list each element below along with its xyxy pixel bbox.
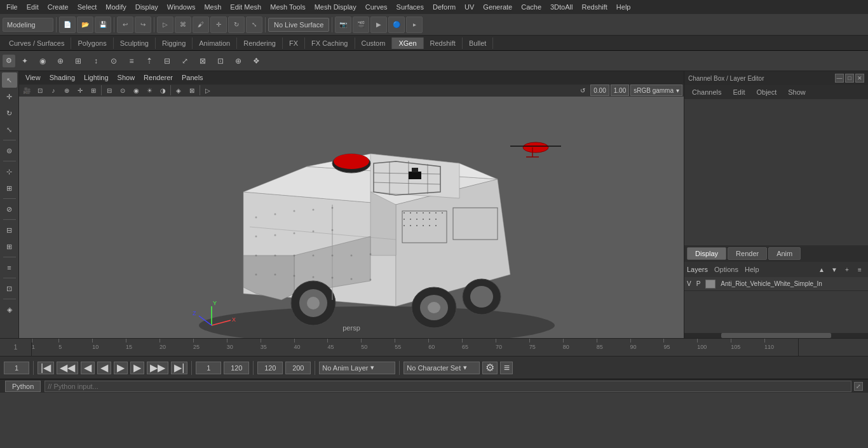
char-set-dropdown[interactable]: No Character Set ▾ bbox=[403, 362, 480, 374]
tab-bullet[interactable]: Bullet bbox=[463, 37, 494, 49]
vp-gamma[interactable]: sRGB gamma ▾ bbox=[630, 85, 682, 96]
vp-menu-shading[interactable]: Shading bbox=[46, 72, 79, 83]
panel-close-btn[interactable]: ✕ bbox=[855, 74, 864, 83]
menu-file[interactable]: File bbox=[3, 2, 22, 12]
tab-object[interactable]: Object bbox=[751, 87, 782, 97]
render-layer-btn[interactable]: ⊡ bbox=[2, 281, 17, 296]
vp-wireframe-btn[interactable]: ⊟ bbox=[103, 85, 116, 96]
xgen-icon12[interactable]: ⊡ bbox=[212, 53, 229, 69]
vp-texture-btn[interactable]: ◉ bbox=[130, 85, 142, 96]
render-seq-btn[interactable]: 🎬 bbox=[353, 17, 369, 33]
tab-animation[interactable]: Animation bbox=[193, 37, 237, 49]
tab-anim[interactable]: Anim bbox=[768, 247, 801, 260]
step-back-btn[interactable]: ◀◀ bbox=[57, 362, 78, 374]
redo-btn[interactable]: ↪ bbox=[135, 17, 151, 33]
layer-color-swatch[interactable] bbox=[705, 280, 715, 288]
tab-display[interactable]: Display bbox=[687, 247, 726, 260]
vp-cam-btn[interactable]: 🎥 bbox=[20, 85, 33, 96]
vp-menu-view[interactable]: View bbox=[22, 72, 44, 83]
xgen-icon2[interactable]: ◉ bbox=[34, 53, 51, 69]
anim-layer-dropdown[interactable]: No Anim Layer ▾ bbox=[319, 362, 395, 374]
panel-restore-btn[interactable]: □ bbox=[845, 74, 854, 83]
range-end2-input[interactable] bbox=[257, 362, 283, 374]
tab-edit[interactable]: Edit bbox=[728, 87, 750, 97]
rotate-mode-btn[interactable]: ↻ bbox=[2, 105, 17, 121]
ipr-btn[interactable]: ▶ bbox=[370, 17, 387, 33]
xgen-icon1[interactable]: ✦ bbox=[17, 53, 33, 69]
tab-xgen[interactable]: XGen bbox=[392, 37, 423, 49]
char-set-extra-btn[interactable]: ≡ bbox=[500, 362, 513, 374]
paint-select-btn[interactable]: 🖌 bbox=[193, 17, 209, 33]
vp-menu-show[interactable]: Show bbox=[114, 72, 139, 83]
menu-windows[interactable]: Windows bbox=[163, 2, 200, 12]
menu-mesh[interactable]: Mesh bbox=[200, 2, 225, 12]
xgen-icon4[interactable]: ⊞ bbox=[70, 53, 86, 69]
python-input[interactable] bbox=[44, 381, 851, 392]
menu-surfaces[interactable]: Surfaces bbox=[393, 2, 428, 12]
layers-help-label[interactable]: Help bbox=[742, 266, 762, 273]
menu-edit[interactable]: Edit bbox=[23, 2, 43, 12]
tab-sculpting[interactable]: Sculpting bbox=[114, 37, 156, 49]
vp-menu-lighting[interactable]: Lighting bbox=[80, 72, 112, 83]
menu-cache[interactable]: Cache bbox=[517, 2, 545, 12]
layers-options-label[interactable]: Options bbox=[712, 266, 741, 273]
tab-fx-caching[interactable]: FX Caching bbox=[305, 37, 355, 49]
3d-viewport[interactable]: X Y Z persp bbox=[19, 97, 684, 338]
play-end-btn[interactable]: ▶| bbox=[171, 362, 187, 374]
vp-film-btn[interactable]: ⊡ bbox=[34, 85, 46, 96]
workspace-dropdown[interactable]: Modeling bbox=[3, 18, 53, 32]
layer-item[interactable]: V P Anti_Riot_Vehicle_White_Simple_Inte bbox=[684, 277, 868, 291]
menu-mesh-tools[interactable]: Mesh Tools bbox=[266, 2, 309, 12]
panel-minimize-btn[interactable]: — bbox=[835, 74, 844, 83]
play-back-btn[interactable]: ◀ bbox=[97, 362, 111, 374]
tab-render[interactable]: Render bbox=[728, 247, 767, 260]
vp-menu-panels[interactable]: Panels bbox=[178, 72, 207, 83]
vp-snap-btn[interactable]: ⊕ bbox=[60, 85, 73, 96]
vp-sound-btn[interactable]: ♪ bbox=[47, 85, 60, 96]
vp-display-btn[interactable]: ▷ bbox=[201, 85, 214, 96]
layers-hscrollbar[interactable] bbox=[684, 333, 868, 338]
menu-modify[interactable]: Modify bbox=[102, 2, 130, 12]
render-btn[interactable]: 📷 bbox=[335, 17, 351, 33]
tab-fx[interactable]: FX bbox=[283, 37, 305, 49]
select-tool-btn[interactable]: ▷ bbox=[157, 17, 173, 33]
xgen-icon10[interactable]: ⤢ bbox=[177, 53, 193, 69]
menu-select[interactable]: Select bbox=[74, 2, 101, 12]
char-set-settings-btn[interactable]: ⚙ bbox=[482, 362, 498, 374]
scale-mode-btn[interactable]: ⤡ bbox=[2, 122, 17, 137]
xgen-icon11[interactable]: ⊠ bbox=[194, 53, 211, 69]
no-live-surface-btn[interactable]: No Live Surface bbox=[268, 18, 329, 32]
tab-custom[interactable]: Custom bbox=[355, 37, 393, 49]
layer-opts-btn[interactable]: ≡ bbox=[854, 264, 865, 275]
move-tool-btn[interactable]: ✛ bbox=[210, 17, 227, 33]
vp-shadow-btn[interactable]: ◑ bbox=[156, 85, 169, 96]
python-tab[interactable]: Python bbox=[5, 381, 41, 392]
timeline-ruler[interactable]: 1510152025303540455055606570758085909510… bbox=[32, 339, 798, 356]
vp-grid-btn[interactable]: ⊞ bbox=[87, 85, 100, 96]
play-start-btn[interactable]: |◀ bbox=[37, 362, 54, 374]
menu-uv[interactable]: UV bbox=[461, 2, 478, 12]
tab-channels[interactable]: Channels bbox=[687, 87, 726, 97]
xgen-icon9[interactable]: ⊟ bbox=[159, 53, 175, 69]
layer-down-btn[interactable]: ▼ bbox=[829, 264, 840, 275]
move-mode-btn[interactable]: ✛ bbox=[2, 89, 17, 104]
undo-btn[interactable]: ↩ bbox=[117, 17, 133, 33]
snap-grid-btn[interactable]: ⊞ bbox=[2, 180, 17, 196]
tab-redshift[interactable]: Redshift bbox=[424, 37, 463, 49]
menu-redshift[interactable]: Redshift bbox=[578, 2, 611, 12]
soft-select-btn[interactable]: ⊜ bbox=[2, 143, 17, 158]
xgen-icon5[interactable]: ↕ bbox=[88, 53, 104, 69]
gamma-dropdown-icon[interactable]: ▾ bbox=[676, 87, 679, 94]
python-expand-btn[interactable]: ⤢ bbox=[854, 382, 863, 391]
vp-manip-btn[interactable]: ✛ bbox=[74, 85, 86, 96]
vp-isolate-btn[interactable]: ◈ bbox=[172, 85, 185, 96]
layer-add-btn[interactable]: + bbox=[841, 264, 853, 275]
save-btn[interactable]: 💾 bbox=[95, 17, 111, 33]
vp-shade-btn[interactable]: ⊙ bbox=[116, 85, 129, 96]
menu-display[interactable]: Display bbox=[132, 2, 162, 12]
hide-obj-btn[interactable]: ⊘ bbox=[2, 201, 17, 217]
tab-rigging[interactable]: Rigging bbox=[156, 37, 193, 49]
menu-edit-mesh[interactable]: Edit Mesh bbox=[226, 2, 265, 12]
play-fwd-btn[interactable]: ▶ bbox=[114, 362, 128, 374]
max-frame-input[interactable] bbox=[285, 362, 311, 374]
